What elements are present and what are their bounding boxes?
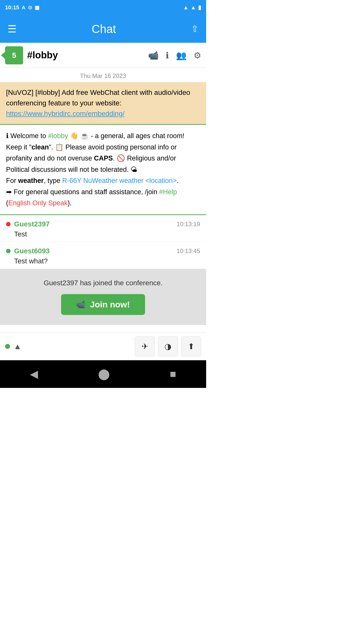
status-bar-right: ▲ ▲ ▮ [183, 4, 201, 11]
user-dot-red [6, 222, 11, 226]
channel-actions: 📹 ℹ 👥 ⚙ [148, 50, 201, 60]
weather-mid: , type [44, 177, 62, 184]
status-icon-grid: ▦ [35, 5, 39, 11]
status-time: 10:15 [5, 4, 19, 11]
help-close: ). [68, 199, 72, 207]
input-right: ✈ ◑ ⬆ [135, 336, 201, 356]
weather-bold: weather [18, 177, 44, 184]
send-icon: ✈ [142, 342, 148, 351]
message-time-1: 10:13:19 [177, 221, 200, 228]
nav-back-button[interactable]: ◀ [30, 368, 38, 380]
message-block: Guest2397 10:13:19 Test [0, 215, 206, 242]
input-left: ▲ [5, 342, 132, 351]
video-call-icon[interactable]: 📹 [148, 50, 159, 60]
badge-count: 5 [12, 51, 16, 60]
weather-dot: . [177, 177, 179, 184]
online-indicator [5, 344, 10, 349]
back-button[interactable]: 5 [5, 46, 23, 64]
battery-icon: ▮ [198, 4, 201, 11]
join-video-icon: 📹 [76, 300, 85, 309]
help-link[interactable]: #Help [159, 188, 177, 196]
general-text: For general questions and staff assistan… [12, 188, 159, 196]
input-bar: ▲ ✈ ◑ ⬆ [0, 333, 206, 360]
app-bar-title: Chat [92, 22, 116, 36]
status-bar: 10:15 A ⊙ ▦ ▲ ▲ ▮ [0, 0, 206, 15]
upload-button[interactable]: ⬆ [181, 336, 201, 356]
caps-text: CAPS [94, 154, 113, 162]
date-separator: Thu Mar 16 2023 [0, 68, 206, 82]
channel-header: 5 #lobby 📹 ℹ 👥 ⚙ [0, 43, 206, 68]
signal-icon: ▲ [191, 4, 196, 11]
arrow-icon: ➡ [6, 188, 12, 196]
join-button-label: Join now! [90, 300, 130, 309]
conference-text: Guest2397 has joined the conference. [43, 279, 162, 287]
join-now-button[interactable]: 📹 Join now! [61, 294, 145, 315]
status-icon-circle: ⊙ [28, 5, 32, 11]
user-dot-green [6, 249, 11, 253]
username-guest6093[interactable]: Guest6093 [14, 247, 50, 255]
channel-name: #lobby [27, 50, 144, 61]
share-icon[interactable]: ⇧ [191, 24, 199, 34]
weather-prefix: For [6, 177, 18, 184]
help-paren: ( [6, 199, 8, 207]
info-block: ℹ Welcome to #lobby 👋 ☕ - a general, all… [0, 125, 206, 215]
theme-icon: ◑ [164, 342, 171, 351]
send-button[interactable]: ✈ [135, 336, 155, 356]
wifi-icon: ▲ [183, 4, 189, 11]
hamburger-icon[interactable]: ☰ [8, 23, 17, 35]
username-guest2397[interactable]: Guest2397 [14, 220, 50, 228]
settings-icon[interactable]: ⚙ [194, 50, 201, 60]
app-bar: ☰ Chat ⇧ [0, 15, 206, 43]
back-arrow-icon [1, 51, 6, 60]
weather-link[interactable]: R-66Y NuWeather weather <location> [62, 177, 177, 184]
status-bar-left: 10:15 A ⊙ ▦ [5, 4, 39, 11]
message-header-1: Guest2397 10:13:19 [6, 220, 200, 228]
announcement-link[interactable]: https://www.hybridirc.com/embedding/ [6, 110, 125, 117]
people-icon[interactable]: 👥 [176, 50, 187, 60]
nav-bar: ◀ ⬤ ■ [0, 360, 206, 388]
english-link[interactable]: English Only Speak [8, 199, 68, 207]
upload-icon: ⬆ [188, 342, 195, 351]
chat-area: Guest2397 10:13:19 Test Guest6093 10:13:… [0, 215, 206, 269]
announcement-prefix: [NuVOZ] [#lobby] Add free WebChat client… [6, 89, 190, 107]
message-time-2: 10:13:45 [177, 248, 200, 255]
message-text-1: Test [6, 230, 200, 238]
clean-text: clean [31, 143, 49, 151]
info-icon[interactable]: ℹ [166, 50, 169, 60]
message-user-1: Guest2397 [6, 220, 50, 228]
nav-recents-button[interactable]: ■ [170, 368, 176, 380]
theme-toggle-button[interactable]: ◑ [158, 336, 178, 356]
conference-block: Guest2397 has joined the conference. 📹 J… [0, 269, 206, 325]
spacer [0, 325, 206, 333]
message-user-2: Guest6093 [6, 247, 50, 255]
info-circle-icon: ℹ [6, 132, 9, 140]
expand-icon[interactable]: ▲ [14, 342, 22, 351]
welcome-text: Welcome to [11, 132, 48, 140]
announcement-text: [NuVOZ] [#lobby] Add free WebChat client… [6, 87, 200, 119]
message-header-2: Guest6093 10:13:45 [6, 247, 200, 255]
status-icon-a: A [22, 5, 25, 11]
message-text-2: Test what? [6, 257, 200, 265]
message-block-2: Guest6093 10:13:45 Test what? [0, 242, 206, 269]
announcement-block: [NuVOZ] [#lobby] Add free WebChat client… [0, 82, 206, 125]
nav-home-button[interactable]: ⬤ [98, 368, 110, 380]
lobby-tag[interactable]: #lobby [48, 132, 68, 140]
